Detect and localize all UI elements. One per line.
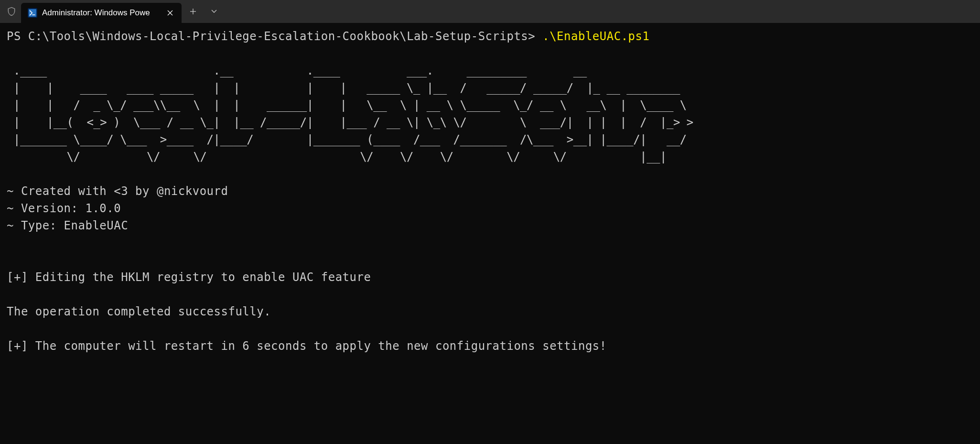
window-titlebar: Administrator: Windows Powe [0, 0, 980, 23]
tab-dropdown-button[interactable] [205, 3, 224, 20]
action-message: [+] Editing the HKLM registry to enable … [7, 271, 371, 284]
admin-shield-icon [7, 6, 16, 17]
active-tab[interactable]: Administrator: Windows Powe [21, 3, 182, 23]
terminal-content[interactable]: PS C:\Tools\Windows-Local-Privilege-Esca… [0, 23, 980, 359]
prompt-text: PS C:\Tools\Windows-Local-Privilege-Esca… [7, 30, 542, 43]
meta-version: ~ Version: 1.0.0 [7, 202, 121, 215]
ascii-banner: .____ .__ .____ ___. _________ __ | | __… [7, 64, 700, 163]
new-tab-button[interactable] [183, 3, 203, 20]
meta-type: ~ Type: EnableUAC [7, 219, 128, 232]
success-message: The operation completed successfully. [7, 305, 271, 318]
powershell-icon [28, 8, 37, 18]
restart-message: [+] The computer will restart in 6 secon… [7, 339, 607, 353]
tab-close-button[interactable] [164, 7, 176, 19]
titlebar-actions [183, 3, 224, 20]
command-text: .\EnableUAC.ps1 [542, 30, 649, 43]
meta-created: ~ Created with <3 by @nickvourd [7, 184, 228, 198]
tab-title: Administrator: Windows Powe [42, 8, 150, 18]
